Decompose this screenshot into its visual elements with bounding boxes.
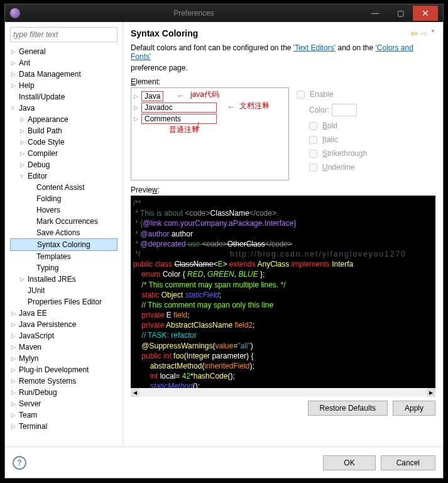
bold-checkbox[interactable] [309,122,317,130]
minimize-button[interactable]: — [363,6,388,21]
annotation-arrow-icon: ← [227,102,236,112]
tree-item[interactable]: ▷Java Persistence [10,319,117,330]
forward-icon[interactable]: ⇨ [420,28,428,38]
tree-item[interactable]: Install/Update [10,91,117,103]
tree-item[interactable]: ▷Run/Debug [10,387,117,398]
tree-item[interactable]: ▷Debug [10,159,117,170]
tree-item[interactable]: Folding [10,193,117,204]
tree-item[interactable]: ▷Java EE [10,308,117,319]
element-label: Element: [131,77,435,86]
tree-item[interactable]: Typing [10,262,117,274]
preferences-window: Preferences — ▢ ✕ ▷General▷Ant▷Data Mana… [4,4,444,479]
tree-item[interactable]: ▷Installed JREs [10,274,117,285]
filter-input[interactable] [10,27,117,42]
eclipse-icon [10,8,20,18]
tree-item[interactable]: ▷Plug-in Development [10,364,117,375]
element-tree[interactable]: ▷Java ▷Javadoc ▷Comments ← java代码 ← 文档注释… [131,87,289,180]
help-icon[interactable]: ? [13,456,26,470]
italic-checkbox[interactable] [309,136,317,144]
ok-button[interactable]: OK [323,455,375,470]
text-editors-link[interactable]: 'Text Editors' [293,43,336,52]
tree-item[interactable]: ▷Maven [10,341,117,353]
tree-item[interactable]: ▷Terminal [10,421,117,432]
tree-item[interactable]: ▷Build Path [10,125,117,136]
tree-item[interactable]: ▷General [10,46,117,57]
preview-pane: /** * This is about <code>ClassName</cod… [131,196,435,388]
window-title: Preferences [25,9,363,18]
tree-item[interactable]: ▷Ant [10,57,117,69]
scroll-right-icon[interactable]: ▶ [427,388,435,397]
style-options: Enable Color: Bold Italic Strikethrough … [297,87,435,180]
tree-item[interactable]: ▷JavaScript [10,330,117,341]
tree-item[interactable]: ▷Team [10,409,117,421]
tree-item[interactable]: ▿Java [10,103,117,114]
tree-item[interactable]: Save Actions [10,227,117,238]
tree-item[interactable]: JUnit [10,285,117,296]
tree-item[interactable]: ▷Server [10,398,117,409]
tree-item[interactable]: ▷Remote Systems [10,375,117,387]
enable-checkbox[interactable] [297,91,305,99]
tree-item[interactable]: ▷Mylyn [10,353,117,364]
tree-item[interactable]: ▷Appearance [10,114,117,125]
tree-item[interactable]: ▿Editor [10,170,117,182]
annotation-comments: 普通注释 [169,125,199,135]
page-title: Syntax Coloring [131,28,198,38]
element-java[interactable]: Java [141,91,163,101]
element-javadoc[interactable]: Javadoc [141,103,217,113]
color-label: Color: [309,106,329,114]
tree-item[interactable]: Content Assist [10,182,117,193]
underline-checkbox[interactable] [309,164,317,172]
tree-item[interactable]: ▷Code Style [10,136,117,148]
tree-item[interactable]: ▷Help [10,80,117,91]
cancel-button[interactable]: Cancel [381,455,435,470]
titlebar: Preferences — ▢ ✕ [5,4,443,22]
apply-button[interactable]: Apply [393,401,435,416]
tree-item[interactable]: ▷Compiler [10,148,117,159]
tree-item[interactable]: ▷Tomcat [10,432,117,434]
tree-item[interactable]: Templates [10,251,117,262]
horizontal-scrollbar[interactable]: ◀ ▶ [131,388,435,397]
strike-checkbox[interactable] [309,150,317,158]
close-button[interactable]: ✕ [413,6,438,21]
watermark: http://blog.csdn.net/yifangloveyou1270 [230,249,407,259]
tree-item[interactable]: Mark Occurrences [10,216,117,227]
preview-label: Preview: [131,186,435,194]
scroll-left-icon[interactable]: ◀ [131,388,139,397]
description: Default colors and font can be configure… [131,43,435,61]
annotation-java: java代码 [190,89,219,100]
tree-item[interactable]: Hovers [10,204,117,216]
main-panel: Syntax Coloring ⇦ ⇨ ▼ Default colors and… [123,22,443,445]
tree-item[interactable]: Properties Files Editor [10,296,117,308]
annotation-javadoc: 文档注释 [239,101,270,111]
back-icon[interactable]: ⇦ [410,28,418,38]
tree-item[interactable]: ▷Data Management [10,69,117,80]
restore-defaults-button[interactable]: Restore Defaults [308,401,388,416]
color-picker[interactable] [332,104,357,116]
footer: ? OK Cancel [5,447,443,478]
tree-item[interactable]: Syntax Coloring [10,238,117,251]
preferences-tree[interactable]: ▷General▷Ant▷Data Management▷HelpInstall… [10,46,117,434]
element-comments[interactable]: Comments [141,114,217,124]
maximize-button[interactable]: ▢ [388,6,413,21]
sidebar: ▷General▷Ant▷Data Management▷HelpInstall… [5,22,123,445]
annotation-arrow-icon: ← [177,91,185,101]
dropdown-icon[interactable]: ▼ [430,28,435,38]
description-2: preference page. [131,64,435,72]
